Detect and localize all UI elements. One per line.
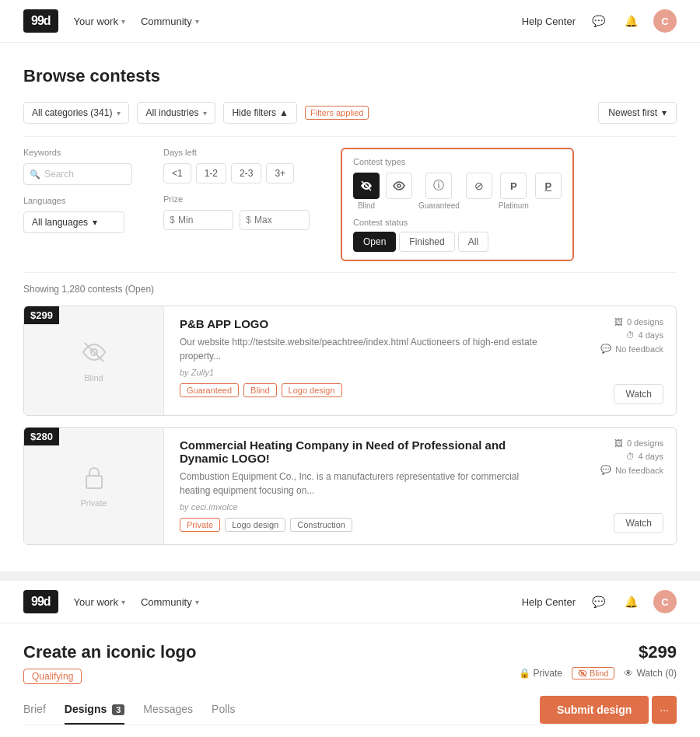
tab-brief[interactable]: Brief xyxy=(23,695,46,725)
type-btn-guaranteed[interactable]: ⓘ Guaranteed xyxy=(418,173,460,210)
more-options-btn[interactable]: ··· xyxy=(652,696,677,724)
community-nav[interactable]: Community ▾ xyxy=(141,16,199,27)
type-btn-blind[interactable]: Blind xyxy=(353,173,380,210)
contest-status-label: Contest status xyxy=(353,218,562,227)
day-btn-1-2[interactable]: 1-2 xyxy=(196,163,226,183)
keywords-group: Keywords 🔍 xyxy=(23,148,132,185)
avatar[interactable]: C xyxy=(653,9,677,33)
days-left-group: Days left <1 1-2 2-3 3+ xyxy=(163,148,310,183)
prize-row: $ $ xyxy=(163,210,310,230)
contest-types-label: Contest types xyxy=(353,157,562,166)
bottom-nav-left: 99d Your work ▾ Community ▾ xyxy=(23,590,199,613)
nav-right: Help Center 💬 🔔 C xyxy=(522,9,677,33)
tag-logo-design-2[interactable]: Logo design xyxy=(225,518,285,532)
card-meta-items-2: 🖼 0 designs ⏱ 4 days 💬 No feedback xyxy=(600,438,663,475)
tab-messages[interactable]: Messages xyxy=(143,695,193,725)
clock-icon-2: ⏱ xyxy=(626,452,635,461)
bottom-help-center-link[interactable]: Help Center xyxy=(522,596,576,608)
blind-label: Blind xyxy=(358,201,375,210)
watch-count[interactable]: 👁 Watch (0) xyxy=(624,668,677,679)
tag-guaranteed[interactable]: Guaranteed xyxy=(180,383,239,397)
feedback-icon: 💬 xyxy=(600,344,611,354)
tab-designs[interactable]: Designs 3 xyxy=(65,695,124,725)
status-open-btn[interactable]: Open xyxy=(353,232,396,252)
bottom-bell-icon[interactable]: 🔔 xyxy=(621,592,641,612)
day-btn-lt1[interactable]: <1 xyxy=(163,163,191,183)
card-title-1[interactable]: P&B APP LOGO xyxy=(180,317,551,330)
bottom-your-work-nav[interactable]: Your work ▾ xyxy=(74,596,125,608)
tag-blind[interactable]: Blind xyxy=(243,383,276,397)
days-buttons: <1 1-2 2-3 3+ xyxy=(163,163,310,183)
all-industries-select[interactable]: All industries ▾ xyxy=(137,102,215,124)
contest-detail: Create an iconic logo Qualifying $299 🔒 … xyxy=(0,623,700,737)
type-btn-eye[interactable] xyxy=(386,173,412,210)
tag-private[interactable]: Private xyxy=(180,518,220,532)
card-content-1: P&B APP LOGO Our website http://testsite… xyxy=(177,306,562,415)
bottom-avatar[interactable]: C xyxy=(653,590,677,613)
card-author-2: by ceci.imxolce xyxy=(180,502,551,512)
sort-chevron-icon: ▾ xyxy=(662,107,667,118)
bottom-community-nav[interactable]: Community ▾ xyxy=(141,596,199,608)
showing-count: Showing 1,280 contests (Open) xyxy=(23,284,677,295)
sort-select[interactable]: Newest first ▾ xyxy=(598,102,677,124)
industries-chevron-icon: ▾ xyxy=(203,109,207,117)
card-image-label-1: Blind xyxy=(84,373,103,382)
private-image-icon xyxy=(83,465,105,495)
hide-filters-btn[interactable]: Hide filters ▲ xyxy=(223,102,297,124)
type-btn-cancel[interactable]: ⊘ xyxy=(466,173,492,210)
days-left-label: Days left xyxy=(163,148,310,157)
watch-btn-1[interactable]: Watch xyxy=(614,384,663,404)
bottom-your-work-chevron-icon: ▾ xyxy=(121,598,125,606)
prize-label: Prize xyxy=(163,194,310,204)
type-btn-platinum[interactable]: P Platinum xyxy=(499,173,529,210)
card-meta-1: 🖼 0 designs ⏱ 4 days 💬 No feedback Watch xyxy=(575,306,676,415)
logo[interactable]: 99d xyxy=(23,9,58,33)
status-all-btn[interactable]: All xyxy=(458,232,488,252)
submit-design-btn[interactable]: Submit design xyxy=(540,696,649,724)
card-image-2[interactable]: $280 Private xyxy=(24,428,164,544)
help-center-link[interactable]: Help Center xyxy=(522,16,576,27)
watch-btn-2[interactable]: Watch xyxy=(614,513,663,533)
blind-image-icon xyxy=(82,340,107,370)
card-image-1[interactable]: $299 Blind xyxy=(24,306,164,415)
day-btn-2-3[interactable]: 2-3 xyxy=(231,163,261,183)
card-meta-2: 🖼 0 designs ⏱ 4 days 💬 No feedback Watch xyxy=(575,428,676,544)
bottom-community-chevron-icon: ▾ xyxy=(195,598,199,606)
guaranteed-label: Guaranteed xyxy=(418,201,460,210)
day-btn-3plus[interactable]: 3+ xyxy=(266,163,294,183)
tag-construction[interactable]: Construction xyxy=(290,518,352,532)
filter-row: All categories (341) ▾ All industries ▾ … xyxy=(23,102,677,124)
languages-chevron-icon: ▾ xyxy=(93,217,97,228)
min-currency: $ xyxy=(170,215,175,225)
clock-icon: ⏱ xyxy=(626,330,635,340)
your-work-nav[interactable]: Your work ▾ xyxy=(74,16,125,27)
languages-select[interactable]: All languages ▾ xyxy=(23,211,124,233)
chat-icon[interactable]: 💬 xyxy=(588,11,608,31)
bottom-navbar: 99d Your work ▾ Community ▾ Help Center … xyxy=(0,581,700,623)
detail-price-group: $299 🔒 Private Blind 👁 Watch (0) xyxy=(519,642,677,679)
svg-point-2 xyxy=(397,184,401,187)
detail-title: Create an iconic logo xyxy=(23,642,197,662)
card-title-2[interactable]: Commercial Heating Company in Need of Pr… xyxy=(180,438,551,465)
status-finished-btn[interactable]: Finished xyxy=(399,232,454,252)
platinum-label: Platinum xyxy=(499,201,529,210)
search-icon: 🔍 xyxy=(30,169,40,180)
keywords-label: Keywords xyxy=(23,148,132,157)
bottom-nav-right: Help Center 💬 🔔 C xyxy=(522,590,677,613)
tab-polls[interactable]: Polls xyxy=(212,695,235,725)
tag-logo-design[interactable]: Logo design xyxy=(282,383,342,397)
all-categories-select[interactable]: All categories (341) ▾ xyxy=(23,102,129,124)
detail-price: $299 xyxy=(519,642,677,662)
bottom-logo[interactable]: 99d xyxy=(23,590,58,613)
card-tags-1: Guaranteed Blind Logo design xyxy=(180,383,551,397)
lock-icon: 🔒 xyxy=(519,668,530,679)
card-author-1: by Zully1 xyxy=(180,368,551,377)
type-buttons: Blind ⓘ Guaranteed xyxy=(353,173,562,210)
card-desc-2: Combustion Equipment Co., Inc. is a manu… xyxy=(180,470,551,498)
platinum-icon: P xyxy=(500,173,527,199)
bottom-chat-icon[interactable]: 💬 xyxy=(588,592,608,612)
type-btn-platinum2[interactable]: P xyxy=(535,173,562,210)
card-image-label-2: Private xyxy=(80,498,107,508)
bell-icon[interactable]: 🔔 xyxy=(621,11,641,31)
designs-count-1: 🖼 0 designs xyxy=(614,317,663,327)
